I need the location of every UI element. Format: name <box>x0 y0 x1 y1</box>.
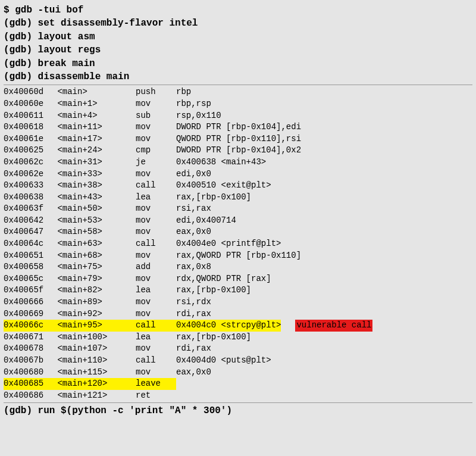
asm-operands: rax,QWORD PTR [rbp-0x110] <box>176 250 301 262</box>
asm-address: 0x400633 <box>4 180 52 192</box>
asm-symbol: <main+33> <box>52 168 136 180</box>
asm-operands: rax,[rbp-0x100] <box>176 332 251 343</box>
asm-operands: 0x4004d0 <puts@plt> <box>176 355 271 367</box>
asm-address: 0x40063f <box>4 203 52 215</box>
asm-symbol: <main+107> <box>52 343 136 355</box>
asm-mnemonic: call <box>136 355 176 367</box>
asm-mnemonic: mov <box>136 226 176 238</box>
asm-operands: rax,[rbp-0x100] <box>176 285 251 296</box>
asm-operands: 0x400510 <exit@plt> <box>176 180 271 192</box>
asm-symbol: <main+63> <box>52 238 136 250</box>
asm-symbol: <main+89> <box>52 296 136 308</box>
asm-row: 0x400618 <main+11>movDWORD PTR [rbp-0x10… <box>4 121 472 133</box>
asm-mnemonic: cmp <box>136 145 176 157</box>
vulnerable-call-annotation: vulnerable call <box>295 320 372 332</box>
asm-row: 0x400651 <main+68>movrax,QWORD PTR [rbp-… <box>4 250 472 262</box>
asm-operands: rsi,rdx <box>176 296 211 308</box>
asm-row: 0x400633 <main+38>call0x400510 <exit@plt… <box>4 180 472 192</box>
gdb-setup-line[interactable]: (gdb) layout regs <box>4 43 472 57</box>
asm-row: 0x40062c <main+31>je0x400638 <main+43> <box>4 157 472 168</box>
asm-address: 0x400647 <box>4 226 52 238</box>
asm-address: 0x40066c <box>4 320 52 332</box>
asm-mnemonic: mov <box>136 203 176 215</box>
gdb-setup-block: $ gdb -tui bof(gdb) set disassembly-flav… <box>4 4 472 83</box>
gdb-setup-line[interactable]: (gdb) disassemble main <box>4 70 472 83</box>
asm-address: 0x40067b <box>4 355 52 367</box>
asm-operands: rax,0x8 <box>176 261 211 273</box>
asm-address: 0x40060d <box>4 86 52 98</box>
asm-symbol: <main+121> <box>52 390 136 402</box>
asm-address: 0x400651 <box>4 250 52 262</box>
asm-row: 0x400647 <main+58>moveax,0x0 <box>4 226 472 238</box>
asm-address: 0x40062c <box>4 157 52 168</box>
asm-mnemonic: lea <box>136 192 176 204</box>
asm-row: 0x400686 <main+121>ret <box>4 390 472 402</box>
asm-operands: eax,0x0 <box>176 226 211 238</box>
asm-operands: eax,0x0 <box>176 367 211 379</box>
asm-symbol: <main+24> <box>52 145 136 157</box>
asm-row: 0x40060d <main>pushrbp <box>4 86 472 98</box>
asm-address: 0x400642 <box>4 215 52 227</box>
asm-address: 0x400611 <box>4 110 52 122</box>
asm-operands: rsp,0x110 <box>176 110 221 122</box>
asm-row: 0x40067b <main+110>call0x4004d0 <puts@pl… <box>4 355 472 367</box>
asm-row: 0x40061e <main+17>movQWORD PTR [rbp-0x11… <box>4 133 472 145</box>
asm-row: 0x400666 <main+89>movrsi,rdx <box>4 296 472 308</box>
asm-operands: edi,0x400714 <box>176 215 236 227</box>
asm-operands: edi,0x0 <box>176 168 211 180</box>
asm-address: 0x40061e <box>4 133 52 145</box>
asm-row: 0x40062e <main+33>movedi,0x0 <box>4 168 472 180</box>
asm-symbol: <main+53> <box>52 215 136 227</box>
asm-operands: rsi,rax <box>176 203 211 215</box>
asm-symbol: <main+11> <box>52 121 136 133</box>
asm-symbol: <main+43> <box>52 192 136 204</box>
gdb-setup-line[interactable]: (gdb) break main <box>4 57 472 70</box>
asm-row: 0x40066c <main+95>call0x4004c0 <strcpy@p… <box>4 320 472 332</box>
asm-symbol: <main+31> <box>52 157 136 168</box>
asm-symbol: <main+100> <box>52 332 136 343</box>
asm-address: 0x400666 <box>4 296 52 308</box>
asm-row: 0x400611 <main+4>subrsp,0x110 <box>4 110 472 122</box>
asm-row: 0x40063f <main+50>movrsi,rax <box>4 203 472 215</box>
asm-address: 0x400678 <box>4 343 52 355</box>
asm-address: 0x40065c <box>4 273 52 285</box>
asm-row: 0x400625 <main+24>cmpDWORD PTR [rbp-0x10… <box>4 145 472 157</box>
asm-mnemonic: je <box>136 157 176 168</box>
asm-mnemonic: mov <box>136 308 176 320</box>
asm-symbol: <main> <box>52 86 136 98</box>
asm-symbol: <main+58> <box>52 226 136 238</box>
asm-mnemonic: mov <box>136 367 176 379</box>
gdb-setup-line[interactable]: (gdb) set disassembly-flavor intel <box>4 17 472 30</box>
asm-row: 0x400685 <main+120>leave <box>4 378 472 390</box>
asm-mnemonic: call <box>136 238 176 250</box>
asm-address: 0x40065f <box>4 285 52 296</box>
gdb-setup-line[interactable]: $ gdb -tui bof <box>4 4 472 17</box>
asm-mnemonic: lea <box>136 332 176 343</box>
gdb-setup-line[interactable]: (gdb) layout asm <box>4 30 472 43</box>
asm-mnemonic: call <box>136 180 176 192</box>
asm-symbol: <main+95> <box>52 320 136 332</box>
asm-address: 0x400625 <box>4 145 52 157</box>
asm-mnemonic: mov <box>136 98 176 110</box>
asm-mnemonic: leave <box>136 378 176 390</box>
asm-symbol: <main+110> <box>52 355 136 367</box>
asm-operands: rax,[rbp-0x100] <box>176 192 251 204</box>
asm-row: 0x400678 <main+107>movrdi,rax <box>4 343 472 355</box>
asm-row: 0x400680 <main+115>moveax,0x0 <box>4 367 472 379</box>
asm-operands: DWORD PTR [rbp-0x104],edi <box>176 121 301 133</box>
asm-row: 0x40064c <main+63>call0x4004e0 <printf@p… <box>4 238 472 250</box>
asm-operands: 0x4004c0 <strcpy@plt> <box>176 320 281 332</box>
asm-mnemonic: lea <box>136 285 176 296</box>
asm-mnemonic: sub <box>136 110 176 122</box>
asm-mnemonic: push <box>136 86 176 98</box>
asm-operands: rdx,QWORD PTR [rax] <box>176 273 271 285</box>
asm-row: 0x40060e <main+1>movrbp,rsp <box>4 98 472 110</box>
asm-mnemonic: ret <box>136 390 176 402</box>
asm-operands: QWORD PTR [rbp-0x110],rsi <box>176 133 301 145</box>
asm-address: 0x400658 <box>4 261 52 273</box>
asm-mnemonic: mov <box>136 168 176 180</box>
asm-address: 0x40060e <box>4 98 52 110</box>
asm-operands: 0x4004e0 <printf@plt> <box>176 238 281 250</box>
asm-row: 0x400671 <main+100>learax,[rbp-0x100] <box>4 332 472 343</box>
gdb-run-command[interactable]: (gdb) run $(python -c 'print "A" * 300') <box>4 402 472 417</box>
